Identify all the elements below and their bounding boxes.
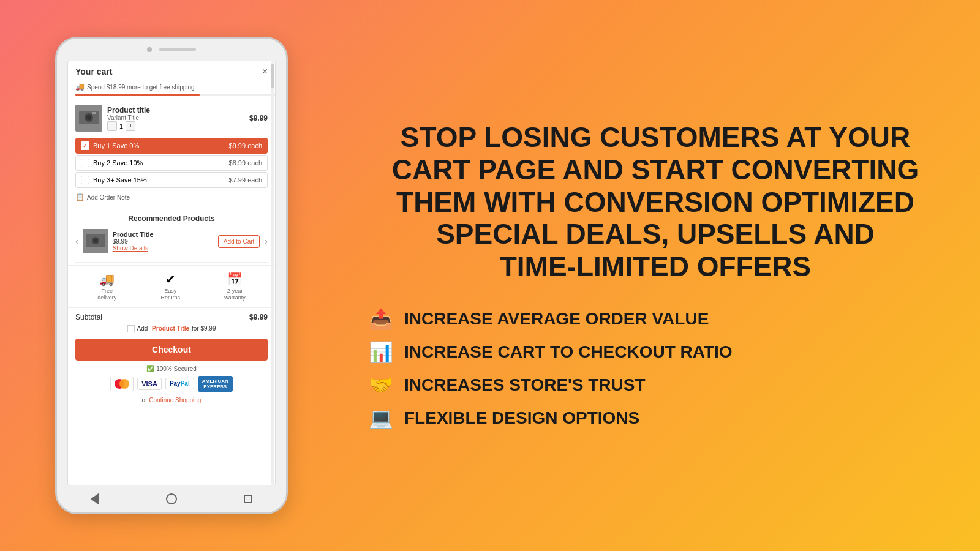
cart-title: Your cart [75, 67, 112, 77]
cart-item-variant: Variant Title [107, 114, 244, 121]
volume-label-2: Buy 2 Save 10% [93, 159, 225, 167]
recommended-item-price: $9.99 [113, 238, 213, 245]
phone-top-bar [57, 39, 286, 61]
back-arrow-icon [91, 493, 99, 505]
phone-bottom-bar [57, 485, 286, 512]
paypal-icon: PayPal [165, 378, 194, 389]
subtotal-row: Subtotal $9.99 [68, 308, 275, 324]
benefit-item-2: 📊 INCREASE CART TO CHECKOUT RATIO [368, 340, 943, 364]
benefit-item-4: 💻 FLEXIBLE DESIGN OPTIONS [368, 407, 943, 430]
increase-cart-ratio-icon: 📊 [368, 340, 394, 364]
subtotal-label: Subtotal [75, 313, 102, 321]
recommended-item-image [83, 229, 108, 253]
secure-row: ✅ 100% Secured [68, 364, 275, 373]
phone-screen: Your cart × 🚚 Spend $18.99 more to get f… [67, 61, 276, 485]
note-icon: 📋 [75, 193, 85, 201]
secure-label: 100% Secured [156, 365, 197, 372]
svg-rect-4 [92, 112, 96, 114]
shipping-progress-bar [75, 94, 275, 96]
mastercard-icon [110, 377, 134, 391]
left-panel: Your cart × 🚚 Spend $18.99 more to get f… [0, 0, 343, 551]
trust-badge-warranty: 📅 2-yearwarranty [224, 272, 246, 301]
cart-close-button[interactable]: × [262, 66, 268, 77]
quantity-decrease-button[interactable]: − [107, 121, 117, 131]
upsell-product-link[interactable]: Product Title [150, 325, 189, 332]
divider-2 [75, 262, 268, 263]
phone-scroll-bar [271, 61, 274, 485]
volume-label-1: Buy 1 Save 0% [93, 142, 225, 149]
checkmark-icon: ✓ [83, 143, 88, 149]
benefit-text-2: INCREASE CART TO CHECKOUT RATIO [404, 342, 733, 362]
continue-shopping-link[interactable]: Continue Shopping [149, 397, 201, 403]
nav-back-button[interactable] [88, 492, 102, 506]
cart-item-quantity: − 1 + [107, 121, 244, 131]
cart-item-price: $9.99 [249, 114, 268, 122]
delivery-icon: 🚚 [99, 272, 115, 287]
recommended-item-details: Product Title $9.99 Show Details [113, 231, 213, 252]
benefits-list: 📤 INCREASE AVERAGE ORDER VALUE 📊 INCREAS… [368, 307, 943, 430]
continue-prefix: or [142, 397, 148, 403]
upsell-checkbox[interactable] [127, 325, 135, 332]
trust-icon: 🤝 [368, 373, 394, 397]
benefit-text-4: FLEXIBLE DESIGN OPTIONS [404, 408, 639, 428]
shipping-progress-fill [75, 94, 200, 96]
add-order-note-button[interactable]: 📋 Add Order Note [68, 189, 275, 205]
volume-option-1[interactable]: ✓ Buy 1 Save 0% $9.99 each [75, 138, 268, 154]
benefit-text-1: INCREASE AVERAGE ORDER VALUE [404, 309, 709, 329]
nav-recent-button[interactable] [241, 492, 255, 506]
volume-check-1: ✓ [81, 141, 89, 150]
recommended-title: Recommended Products [75, 214, 268, 223]
secure-icon: ✅ [146, 365, 154, 372]
recent-square-icon [244, 495, 252, 503]
checkout-button[interactable]: Checkout [75, 339, 268, 361]
increase-order-value-icon: 📤 [368, 307, 394, 331]
warranty-icon: 📅 [227, 272, 243, 287]
cart-item-image [75, 105, 102, 132]
upsell-add-row: Add Product Title for $9.99 [68, 324, 275, 336]
upsell-price-text: for $9.99 [192, 325, 216, 332]
volume-price-3: $7.99 each [229, 176, 262, 184]
right-panel: STOP LOSING CUSTOMERS AT YOUR CART PAGE … [343, 0, 980, 551]
svg-point-3 [86, 115, 91, 120]
benefit-item-3: 🤝 INCREASES STORE'S TRUST [368, 373, 943, 397]
volume-price-2: $8.99 each [229, 159, 262, 167]
subtotal-value: $9.99 [249, 313, 268, 321]
rec-next-button[interactable]: › [265, 236, 268, 246]
cart-header: Your cart × [68, 61, 275, 80]
design-icon: 💻 [368, 407, 394, 430]
phone-scroll-container[interactable]: Your cart × 🚚 Spend $18.99 more to get f… [68, 61, 275, 485]
trust-badge-delivery: 🚚 Freedelivery [97, 272, 116, 301]
payment-icons: VISA PayPal AMERICANEXPRESS [68, 373, 275, 394]
amex-icon: AMERICANEXPRESS [198, 376, 233, 392]
svg-point-8 [94, 239, 97, 242]
rec-prev-button[interactable]: ‹ [75, 236, 78, 246]
phone-mockup: Your cart × 🚚 Spend $18.99 more to get f… [55, 37, 288, 514]
quantity-increase-button[interactable]: + [126, 121, 135, 131]
visa-icon: VISA [137, 378, 162, 390]
volume-option-2[interactable]: Buy 2 Save 10% $8.99 each [75, 155, 268, 171]
divider-1 [75, 208, 268, 208]
recommended-section: Recommended Products ‹ Pro [68, 211, 275, 260]
headline: STOP LOSING CUSTOMERS AT YOUR CART PAGE … [368, 121, 943, 283]
returns-label: EasyReturns [160, 288, 180, 301]
recommended-show-details-link[interactable]: Show Details [113, 245, 213, 252]
shipping-message: 🚚 Spend $18.99 more to get free shipping [68, 80, 275, 94]
upsell-add-text: Add [137, 325, 148, 332]
recommended-add-to-cart-button[interactable]: Add to Cart [218, 235, 260, 248]
phone-scroll-thumb[interactable] [271, 64, 274, 88]
quantity-value: 1 [119, 122, 123, 130]
volume-price-1: $9.99 each [229, 142, 262, 149]
trust-badge-returns: ✔ EasyReturns [160, 272, 180, 301]
returns-icon: ✔ [165, 272, 176, 287]
delivery-label: Freedelivery [97, 288, 116, 301]
nav-home-button[interactable] [164, 492, 179, 506]
phone-speaker [159, 48, 196, 51]
recommended-item: ‹ Product Title $9.99 [75, 227, 268, 256]
cart-item: Product title Variant Title − 1 + $9.99 [68, 100, 275, 137]
volume-label-3: Buy 3+ Save 15% [93, 176, 225, 184]
benefit-item-1: 📤 INCREASE AVERAGE ORDER VALUE [368, 307, 943, 331]
volume-check-2 [81, 159, 89, 167]
volume-option-3[interactable]: Buy 3+ Save 15% $7.99 each [75, 172, 268, 188]
trust-badges: 🚚 Freedelivery ✔ EasyReturns 📅 2-yearwar… [68, 265, 275, 308]
warranty-label: 2-yearwarranty [224, 288, 246, 301]
